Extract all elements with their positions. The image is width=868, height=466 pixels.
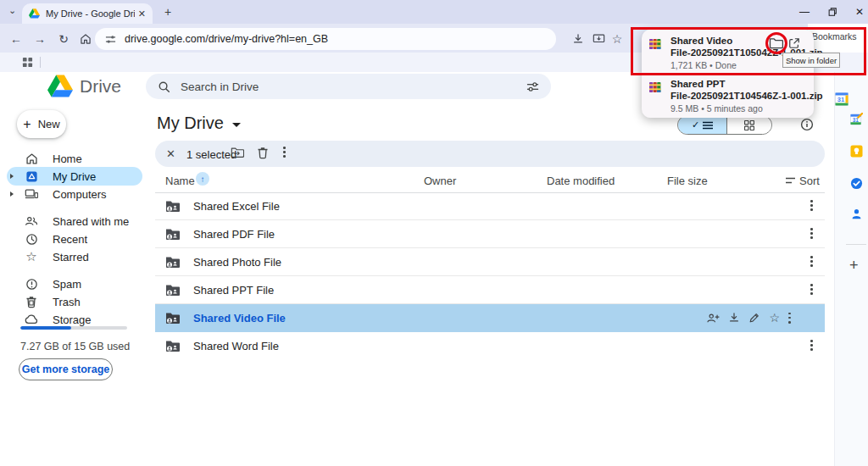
minimize-button[interactable]: — (793, 3, 815, 20)
drive-favicon-icon (29, 8, 40, 19)
file-row[interactable]: Shared Photo File (155, 248, 825, 276)
sort-label[interactable]: Sort (799, 175, 820, 187)
calendar-edit-icon[interactable]: 31 (850, 113, 863, 125)
sidebar-item-label: Recent (53, 233, 87, 246)
file-row[interactable]: Shared PPT File (155, 276, 825, 304)
sidebar-item-recent[interactable]: Recent (0, 230, 146, 248)
row-more-icon[interactable] (810, 340, 813, 351)
new-tab-button[interactable]: + (164, 5, 171, 19)
file-name: Shared PDF File (193, 228, 275, 241)
details-info-icon[interactable] (800, 118, 814, 131)
browser-tab[interactable]: My Drive - Google Drive ✕ (22, 3, 153, 24)
sidebar-item-spam[interactable]: Spam (0, 275, 146, 293)
expander-icon[interactable] (10, 174, 14, 179)
install-app-icon[interactable] (589, 31, 608, 47)
contacts-icon[interactable] (850, 208, 863, 220)
file-row[interactable]: Shared Excel File (155, 192, 825, 220)
tab-search-chevron-icon[interactable]: ⌄ (8, 5, 16, 16)
sidebar-item-shared-with-me[interactable]: Shared with me (0, 212, 146, 230)
page-title[interactable]: My Drive (157, 114, 241, 133)
sidebar-item-label: Shared with me (53, 215, 129, 228)
annotation-rectangle (631, 27, 866, 75)
file-row[interactable]: Shared PDF File (155, 220, 825, 248)
check-icon: ✓ (692, 119, 699, 130)
reload-icon[interactable]: ↻ (54, 31, 73, 47)
rename-pencil-icon[interactable] (748, 312, 760, 324)
back-icon[interactable]: ← (7, 31, 25, 47)
search-icon[interactable] (158, 80, 170, 93)
storage-progress-fill (20, 326, 71, 330)
bookmarks-separator (40, 57, 41, 68)
sidebar-item-trash[interactable]: Trash (0, 292, 146, 311)
row-more-icon[interactable] (810, 284, 813, 295)
move-to-folder-icon[interactable] (231, 147, 244, 158)
shared-folder-icon (165, 312, 181, 325)
more-actions-icon[interactable] (283, 147, 286, 158)
new-button-label: New (38, 118, 60, 130)
new-button[interactable]: + New (17, 110, 66, 138)
list-view-button[interactable]: ✓ (678, 116, 727, 134)
sidebar-item-starred[interactable]: ☆ Starred (0, 247, 146, 266)
side-panel-add-icon[interactable]: + (849, 257, 859, 275)
star-icon: ☆ (19, 249, 44, 264)
list-view-icon (703, 121, 713, 130)
clear-selection-icon[interactable]: ✕ (166, 147, 175, 160)
spam-icon (19, 278, 44, 291)
computers-icon (19, 188, 44, 200)
shared-folder-icon (165, 228, 181, 241)
drive-brand: Drive (47, 75, 121, 97)
column-name[interactable]: Name (165, 175, 195, 187)
bookmark-star-icon[interactable]: ☆ (608, 31, 626, 47)
column-date-modified[interactable]: Date modified (547, 175, 615, 187)
search-filters-icon[interactable] (526, 80, 539, 93)
sidebar-item-home[interactable]: Home (0, 149, 146, 168)
storage-used-text: 7.27 GB of 15 GB used (20, 341, 130, 352)
sidebar-item-my-drive[interactable]: My Drive (0, 167, 146, 186)
calendar-icon[interactable]: 31 (835, 92, 849, 106)
download-title[interactable]: Shared PPT (670, 79, 726, 89)
grid-view-icon (744, 120, 754, 130)
row-more-icon[interactable] (810, 228, 813, 239)
home-icon[interactable] (76, 31, 95, 47)
download-filename: File-20250921T104546Z-1-001.zip (670, 91, 823, 101)
site-info-icon[interactable] (105, 34, 116, 45)
download-toolbar-icon[interactable] (569, 31, 587, 47)
share-person-add-icon[interactable] (706, 313, 720, 324)
maximize-button[interactable] (821, 3, 843, 20)
sidebar-item-computers[interactable]: Computers (0, 185, 146, 203)
url-bar[interactable]: drive.google.com/drive/my-drive?hl=en_GB (95, 28, 556, 50)
table-header: Name ↑ Owner Date modified File size Sor… (155, 171, 825, 193)
cloud-icon (19, 314, 44, 325)
search-placeholder: Search in Drive (181, 80, 526, 93)
drive-logo-icon (47, 75, 73, 97)
zip-winrar-icon (648, 80, 662, 94)
row-more-icon[interactable] (788, 313, 791, 324)
sort-ascending-icon[interactable]: ↑ (196, 172, 209, 186)
row-more-icon[interactable] (810, 256, 813, 267)
close-window-button[interactable]: ✕ (849, 3, 868, 20)
tasks-icon[interactable] (850, 177, 863, 190)
column-owner[interactable]: Owner (424, 175, 456, 187)
shared-with-me-icon (19, 215, 44, 227)
expander-icon[interactable] (10, 191, 14, 197)
apps-grid-bookmark-icon[interactable] (22, 57, 33, 68)
sort-icon[interactable] (786, 177, 796, 185)
forward-icon[interactable]: → (31, 31, 49, 47)
view-toggle[interactable]: ✓ (677, 115, 772, 135)
tab-title: My Drive - Google Drive (46, 8, 135, 19)
trash-selection-icon[interactable] (257, 147, 269, 159)
grid-view-button[interactable] (727, 116, 771, 134)
file-row-selected[interactable]: Shared Video File ☆ (155, 304, 825, 332)
file-row[interactable]: Shared Word File (155, 332, 825, 359)
sidebar-item-label: Computers (53, 188, 107, 201)
get-more-storage-button[interactable]: Get more storage (19, 358, 113, 380)
column-file-size[interactable]: File size (667, 175, 708, 187)
tab-close-icon[interactable]: ✕ (138, 8, 146, 19)
sidebar-item-label: Trash (53, 296, 81, 308)
keep-icon[interactable] (850, 145, 863, 158)
search-input[interactable]: Search in Drive (146, 74, 551, 99)
selected-count: 1 selected (186, 148, 236, 161)
row-more-icon[interactable] (810, 200, 813, 211)
download-row-icon[interactable] (728, 312, 740, 324)
star-row-icon[interactable]: ☆ (769, 311, 780, 325)
